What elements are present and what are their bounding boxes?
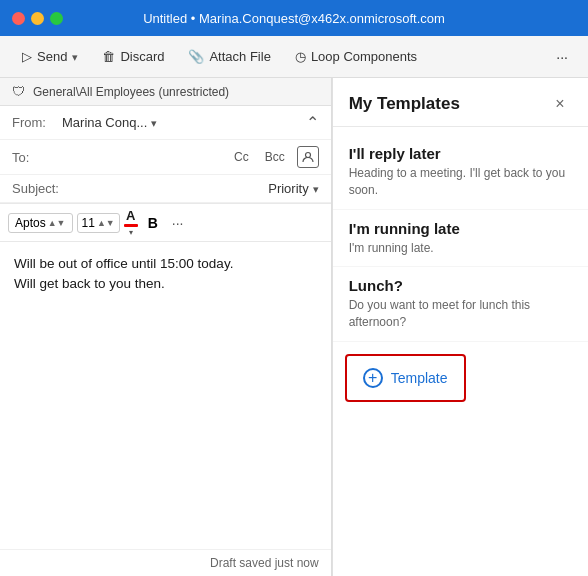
- font-color-button[interactable]: A ▾: [124, 208, 138, 237]
- color-chevron-icon: ▾: [129, 228, 133, 237]
- from-selector[interactable]: Marina Conq...: [62, 115, 157, 130]
- templates-title: My Templates: [349, 94, 460, 114]
- window-title: Untitled • Marina.Conquest@x462x.onmicro…: [143, 11, 445, 26]
- templates-header: My Templates ×: [333, 78, 588, 127]
- send-icon: ▷: [22, 49, 32, 64]
- template-preview: I'm running late.: [349, 240, 572, 257]
- discard-button[interactable]: 🗑 Discard: [92, 44, 174, 69]
- attach-button[interactable]: 📎 Attach File: [178, 44, 280, 69]
- subject-row: Subject: Priority: [0, 175, 331, 203]
- from-chevron-icon: [151, 115, 157, 130]
- template-preview: Heading to a meeting. I'll get back to y…: [349, 165, 572, 199]
- title-bar: Untitled • Marina.Conquest@x462x.onmicro…: [0, 0, 588, 36]
- priority-button[interactable]: Priority: [268, 181, 318, 196]
- to-row: To: Cc Bcc: [0, 140, 331, 175]
- template-item[interactable]: Lunch? Do you want to meet for lunch thi…: [333, 267, 588, 342]
- window-controls: [12, 12, 63, 25]
- minimize-button[interactable]: [31, 12, 44, 25]
- email-body[interactable]: Will be out of office until 15:00 today.…: [0, 242, 331, 549]
- template-name: I'll reply later: [349, 145, 572, 162]
- bold-button[interactable]: B: [142, 213, 164, 233]
- font-chevron-icon: ▲▼: [48, 218, 66, 228]
- add-template-label: Template: [391, 370, 448, 386]
- svg-point-0: [305, 153, 310, 158]
- cc-button[interactable]: Cc: [230, 148, 253, 166]
- send-chevron-icon: [72, 49, 78, 64]
- close-panel-button[interactable]: ×: [548, 92, 572, 116]
- template-item[interactable]: I'm running late I'm running late.: [333, 210, 588, 268]
- email-fields: From: Marina Conq... ⌃ To: Cc Bcc: [0, 106, 331, 204]
- expand-icon[interactable]: ⌃: [306, 113, 319, 132]
- compose-pane: 🛡 General\All Employees (unrestricted) F…: [0, 78, 332, 576]
- from-row: From: Marina Conq... ⌃: [0, 106, 331, 140]
- maximize-button[interactable]: [50, 12, 63, 25]
- template-name: I'm running late: [349, 220, 572, 237]
- format-toolbar: Aptos ▲▼ 11 ▲▼ A ▾ B ···: [0, 204, 331, 242]
- more-options-button[interactable]: ···: [548, 44, 576, 70]
- font-color-letter: A: [126, 208, 135, 223]
- main-area: 🛡 General\All Employees (unrestricted) F…: [0, 78, 588, 576]
- draft-status: Draft saved just now: [0, 549, 331, 576]
- from-label: From:: [12, 115, 62, 130]
- to-input[interactable]: [62, 150, 230, 165]
- trash-icon: 🗑: [102, 49, 115, 64]
- paperclip-icon: 📎: [188, 49, 204, 64]
- loop-button[interactable]: ◷ Loop Components: [285, 44, 427, 69]
- more-format-button[interactable]: ···: [168, 213, 188, 233]
- loop-icon: ◷: [295, 49, 306, 64]
- add-contact-icon[interactable]: [297, 146, 319, 168]
- bcc-button[interactable]: Bcc: [261, 148, 289, 166]
- font-family-value: Aptos: [15, 216, 46, 230]
- subject-label: Subject:: [12, 181, 62, 196]
- from-actions: ⌃: [306, 113, 319, 132]
- templates-list: I'll reply later Heading to a meeting. I…: [333, 127, 588, 576]
- from-value-text: Marina Conq...: [62, 115, 147, 130]
- sensitivity-bar: 🛡 General\All Employees (unrestricted): [0, 78, 331, 106]
- to-label: To:: [12, 150, 62, 165]
- template-name: Lunch?: [349, 277, 572, 294]
- toolbar: ▷ Send 🗑 Discard 📎 Attach File ◷ Loop Co…: [0, 36, 588, 78]
- size-chevron-icon: ▲▼: [97, 218, 115, 228]
- templates-panel: My Templates × I'll reply later Heading …: [332, 78, 588, 576]
- send-button[interactable]: ▷ Send: [12, 44, 88, 69]
- font-size-selector[interactable]: 11 ▲▼: [77, 213, 120, 233]
- color-indicator: [124, 224, 138, 227]
- priority-label: Priority: [268, 181, 308, 196]
- template-preview: Do you want to meet for lunch this after…: [349, 297, 572, 331]
- shield-icon: 🛡: [12, 84, 25, 99]
- sensitivity-label: General\All Employees (unrestricted): [33, 85, 229, 99]
- body-text: Will be out of office until 15:00 today.…: [14, 254, 317, 295]
- priority-chevron-icon: [313, 181, 319, 196]
- font-family-selector[interactable]: Aptos ▲▼: [8, 213, 73, 233]
- font-size-value: 11: [82, 216, 95, 230]
- add-template-button[interactable]: + Template: [345, 354, 466, 402]
- subject-input[interactable]: [62, 181, 268, 196]
- template-item[interactable]: I'll reply later Heading to a meeting. I…: [333, 135, 588, 210]
- to-actions: Cc Bcc: [230, 146, 319, 168]
- close-button[interactable]: [12, 12, 25, 25]
- add-circle-icon: +: [363, 368, 383, 388]
